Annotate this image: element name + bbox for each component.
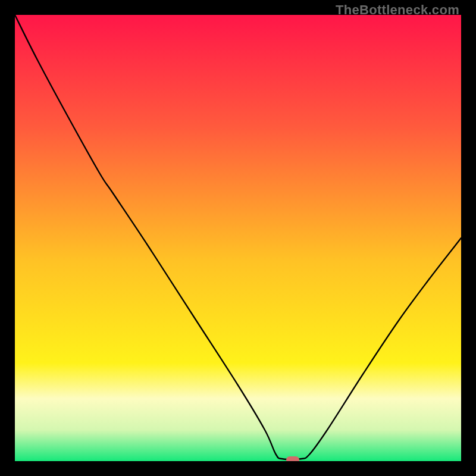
plot-area [15, 15, 461, 461]
chart-frame: TheBottleneck.com [0, 0, 476, 476]
bottleneck-curve [15, 15, 461, 461]
target-marker [286, 456, 299, 461]
